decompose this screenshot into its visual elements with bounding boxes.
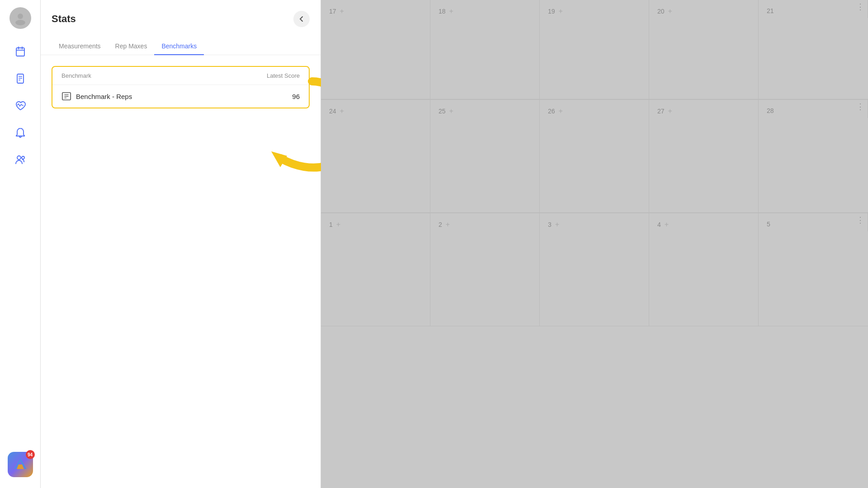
calendar-cell-5: 5 ⋮ (759, 213, 868, 326)
calendar-panel: 17 + 18 + 19 + (321, 0, 868, 488)
day-number-5: 5 (767, 221, 770, 228)
calendar-cell-24: 24 + (321, 100, 430, 213)
stats-panel: Stats Measurements Rep Maxes Benchmarks … (41, 0, 321, 488)
benchmark-row-score: 96 (292, 93, 300, 100)
day-number-28: 28 (767, 107, 774, 114)
calendar-cell-3: 3 + (540, 213, 649, 326)
calendar-week-3: 1 + 2 + 3 + (321, 213, 868, 326)
content-area: Stats Measurements Rep Maxes Benchmarks … (41, 0, 868, 488)
add-event-26[interactable]: + (559, 107, 563, 115)
calendar-cell-27: 27 + (649, 100, 759, 213)
calendar-cell-28: 28 ⋮ (759, 100, 868, 213)
page-title: Stats (52, 13, 76, 25)
sidebar-nav (0, 40, 40, 172)
add-event-2[interactable]: + (446, 221, 450, 229)
svg-rect-6 (17, 74, 24, 83)
day-number-1: 1 (329, 221, 333, 228)
day-number-26: 26 (548, 108, 555, 115)
calendar-cell-18: 18 + (430, 0, 540, 99)
add-event-1[interactable]: + (336, 221, 340, 229)
svg-point-0 (18, 14, 23, 19)
calendar-week-2: 24 + 25 + 26 + (321, 100, 868, 213)
calendar-week-1: 17 + 18 + 19 + (321, 0, 868, 99)
col-latest-score-label: Latest Score (267, 72, 300, 79)
calendar-cell-4: 4 + (649, 213, 759, 326)
calendar-cell-17: 17 + (321, 0, 430, 99)
tab-rep-maxes[interactable]: Rep Maxes (108, 38, 155, 55)
add-event-18[interactable]: + (449, 7, 453, 15)
sidebar: 94 (0, 0, 41, 488)
day-number-3: 3 (548, 221, 552, 228)
svg-point-10 (17, 156, 21, 160)
add-event-3[interactable]: + (555, 221, 559, 229)
more-options-5[interactable]: ⋮ (856, 215, 864, 225)
add-event-4[interactable]: + (665, 221, 669, 229)
day-number-27: 27 (657, 108, 665, 115)
calendar-cell-20: 20 + (649, 0, 759, 99)
add-event-24[interactable]: + (340, 107, 344, 115)
calendar-cell-25: 25 + (430, 100, 540, 213)
svg-point-11 (22, 156, 24, 159)
sidebar-item-notifications[interactable] (0, 121, 40, 145)
add-event-20[interactable]: + (668, 7, 672, 15)
sidebar-bottom: 94 (8, 452, 33, 477)
sidebar-item-calendar[interactable] (0, 40, 40, 63)
day-number-20: 20 (657, 8, 665, 15)
day-number-17: 17 (329, 8, 336, 15)
add-event-17[interactable]: + (340, 7, 344, 15)
svg-marker-19 (271, 151, 287, 167)
tabs: Measurements Rep Maxes Benchmarks (41, 38, 321, 55)
more-options-21[interactable]: ⋮ (856, 2, 864, 12)
svg-point-1 (15, 20, 25, 25)
add-event-25[interactable]: + (449, 107, 453, 115)
tab-benchmarks[interactable]: Benchmarks (154, 38, 204, 55)
benchmark-table: Benchmark Latest Score Benchmark - Reps … (52, 66, 310, 108)
day-number-24: 24 (329, 108, 336, 115)
day-number-21: 21 (767, 7, 774, 14)
avatar (9, 7, 31, 29)
calendar-cell-1: 1 + (321, 213, 430, 326)
app-layout: 94 Stats (0, 0, 868, 488)
day-number-2: 2 (439, 221, 442, 228)
sidebar-item-health[interactable] (0, 94, 40, 117)
back-button[interactable] (293, 11, 310, 27)
benchmark-table-header: Benchmark Latest Score (52, 67, 309, 85)
day-number-4: 4 (657, 221, 661, 228)
add-event-19[interactable]: + (559, 7, 563, 15)
calendar-cell-26: 26 + (540, 100, 649, 213)
calendar-cell-2: 2 + (430, 213, 540, 326)
sidebar-item-document[interactable] (0, 67, 40, 90)
benchmark-row-name: Benchmark - Reps (76, 93, 132, 100)
day-number-18: 18 (439, 8, 446, 15)
tab-measurements[interactable]: Measurements (52, 38, 108, 55)
app-icon-button[interactable]: 94 (8, 452, 33, 477)
sidebar-item-users[interactable] (0, 148, 40, 172)
day-number-19: 19 (548, 8, 555, 15)
svg-rect-2 (16, 48, 24, 56)
notification-badge: 94 (26, 450, 35, 459)
day-number-25: 25 (439, 108, 446, 115)
col-benchmark-label: Benchmark (61, 72, 91, 79)
more-options-28[interactable]: ⋮ (856, 102, 864, 112)
add-event-27[interactable]: + (668, 107, 672, 115)
benchmark-name: Benchmark - Reps (61, 91, 132, 101)
calendar-cell-19: 19 + (540, 0, 649, 99)
calendar-cell-21: 21 ⋮ (759, 0, 868, 99)
table-row[interactable]: Benchmark - Reps 96 (52, 85, 309, 108)
stats-header: Stats (41, 0, 321, 27)
